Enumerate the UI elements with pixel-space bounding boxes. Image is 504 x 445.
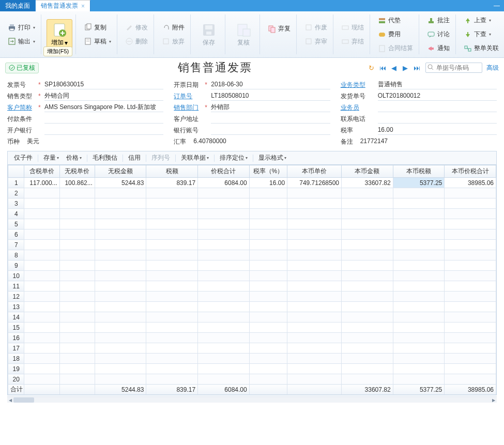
cell[interactable]: [249, 291, 287, 302]
cell[interactable]: [249, 281, 287, 291]
cell[interactable]: [59, 250, 95, 260]
sort-button[interactable]: 排序定位▾: [218, 153, 250, 163]
cell[interactable]: [146, 312, 198, 323]
refresh-icon[interactable]: ↻: [366, 63, 376, 72]
cell[interactable]: [198, 364, 250, 374]
cell[interactable]: [393, 260, 445, 271]
cell[interactable]: [95, 229, 146, 240]
field-value[interactable]: [378, 103, 497, 112]
cell[interactable]: [342, 229, 393, 240]
field-value[interactable]: LT180508010: [211, 91, 330, 101]
cell[interactable]: [146, 209, 198, 219]
field-value[interactable]: 6.40780000: [193, 137, 330, 146]
scroll-left-icon[interactable]: ◀: [7, 397, 13, 403]
price-button[interactable]: 价格▾: [64, 153, 84, 163]
cell[interactable]: [24, 312, 59, 323]
relation-button[interactable]: 整单关联: [461, 42, 501, 54]
cell[interactable]: [445, 260, 496, 271]
cell[interactable]: [342, 209, 393, 219]
cell[interactable]: [59, 364, 95, 374]
cell[interactable]: [393, 219, 445, 229]
cell[interactable]: [24, 302, 59, 312]
column-header[interactable]: 无税单价: [59, 165, 95, 178]
scroll-right-icon[interactable]: ▶: [491, 397, 497, 403]
cell[interactable]: [146, 198, 198, 209]
relbill-button[interactable]: 关联单据▾: [179, 153, 211, 163]
cell[interactable]: [287, 209, 342, 219]
export-button[interactable]: 输出▾: [5, 36, 38, 48]
table-row[interactable]: 6: [8, 229, 496, 240]
cell[interactable]: [198, 323, 250, 333]
cell[interactable]: [342, 312, 393, 323]
cell[interactable]: [445, 323, 496, 333]
cell[interactable]: [146, 302, 198, 312]
cell[interactable]: [445, 219, 496, 229]
cell[interactable]: [146, 323, 198, 333]
cell[interactable]: [198, 229, 250, 240]
cell[interactable]: [198, 260, 250, 271]
column-header[interactable]: 无税金额: [95, 165, 146, 178]
cell[interactable]: [198, 374, 250, 385]
cell[interactable]: [95, 333, 146, 343]
cell[interactable]: [249, 333, 287, 343]
table-row[interactable]: 1117.000...100.862...5244.83839.176084.0…: [8, 178, 496, 188]
table-row[interactable]: 4: [8, 209, 496, 219]
field-value[interactable]: 普通销售: [378, 80, 497, 89]
cell[interactable]: [287, 343, 342, 354]
cell[interactable]: [59, 240, 95, 250]
next-icon[interactable]: ▶: [401, 63, 410, 72]
table-row[interactable]: 2: [8, 188, 496, 198]
cell[interactable]: [59, 323, 95, 333]
cell[interactable]: [287, 333, 342, 343]
column-header[interactable]: 本币单价: [287, 165, 342, 178]
cell[interactable]: [95, 323, 146, 333]
cell[interactable]: [198, 281, 250, 291]
cell[interactable]: [59, 198, 95, 209]
cell[interactable]: [59, 291, 95, 302]
cell[interactable]: [95, 312, 146, 323]
field-value[interactable]: [211, 114, 330, 124]
cell[interactable]: [249, 188, 287, 198]
field-value[interactable]: 美元: [27, 137, 163, 146]
cell[interactable]: [59, 229, 95, 240]
cell[interactable]: [445, 374, 496, 385]
notify-button[interactable]: 通知: [424, 42, 452, 54]
cell[interactable]: [198, 343, 250, 354]
cell[interactable]: [393, 323, 445, 333]
field-value[interactable]: AMS Sensors Singapore Pte. Ltd-新加坡: [44, 103, 163, 112]
cell[interactable]: [95, 354, 146, 364]
cell[interactable]: [24, 291, 59, 302]
cell[interactable]: [445, 188, 496, 198]
cell[interactable]: [445, 209, 496, 219]
field-value[interactable]: 外销部: [211, 103, 330, 112]
cell[interactable]: [445, 229, 496, 240]
cell[interactable]: [393, 209, 445, 219]
minimize-icon[interactable]: —: [490, 0, 504, 11]
cell[interactable]: [342, 333, 393, 343]
field-value[interactable]: 2018-06-30: [211, 80, 330, 89]
cell[interactable]: [24, 333, 59, 343]
cell[interactable]: 749.71268500: [287, 178, 342, 188]
cell[interactable]: [393, 240, 445, 250]
cell[interactable]: [24, 240, 59, 250]
trace-up-button[interactable]: 上查▾: [461, 14, 501, 26]
cell[interactable]: [342, 354, 393, 364]
cell[interactable]: [59, 312, 95, 323]
close-icon[interactable]: ×: [81, 3, 85, 10]
cell[interactable]: [287, 240, 342, 250]
table-row[interactable]: 3: [8, 198, 496, 209]
cell[interactable]: [445, 271, 496, 281]
table-row[interactable]: 12: [8, 291, 496, 302]
column-header[interactable]: 本币税额: [393, 165, 445, 178]
cell[interactable]: [249, 364, 287, 374]
cell[interactable]: [59, 271, 95, 281]
cell[interactable]: [342, 323, 393, 333]
cell[interactable]: [24, 343, 59, 354]
cell[interactable]: [146, 229, 198, 240]
cell[interactable]: [146, 354, 198, 364]
cell[interactable]: [24, 260, 59, 271]
cell[interactable]: 839.17: [146, 178, 198, 188]
cell[interactable]: [445, 281, 496, 291]
cell[interactable]: [342, 240, 393, 250]
cell[interactable]: [95, 260, 146, 271]
